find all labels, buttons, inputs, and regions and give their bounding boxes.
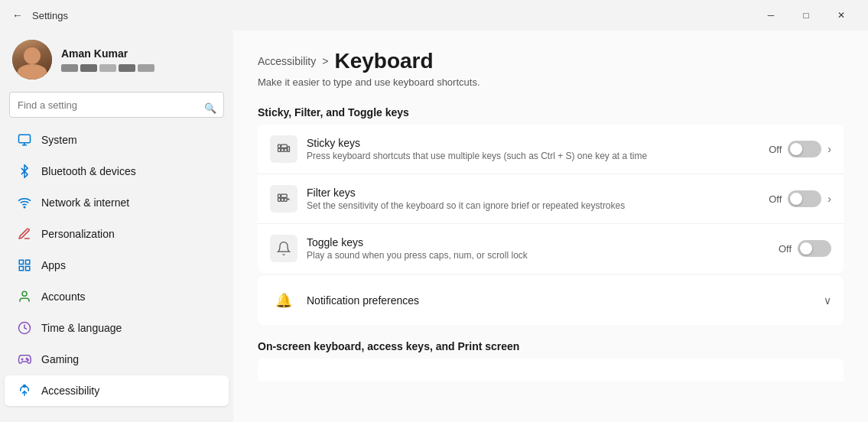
sticky-keys-row[interactable]: Sticky keysPress keyboard shortcuts that… (258, 125, 844, 174)
toggle-keys-state-label: Off (779, 243, 792, 255)
sticky-keys-label: Sticky keys (307, 137, 759, 149)
toggle-keys-desc: Play a sound when you press caps, num, o… (307, 250, 769, 261)
sidebar-item-label-bluetooth: Bluetooth & devices (41, 165, 136, 177)
svg-rect-20 (281, 144, 288, 148)
user-info: Aman Kumar (61, 47, 154, 72)
close-button[interactable]: ✕ (824, 3, 859, 28)
sidebar-item-label-personalization: Personalization (41, 228, 115, 240)
avatar (12, 40, 52, 80)
sidebar-item-bluetooth[interactable]: Bluetooth & devices (5, 156, 229, 187)
filter-keys-chevron-right-icon: › (827, 193, 831, 205)
filter-keys-row[interactable]: Filter keysSet the sensitivity of the ke… (258, 174, 844, 224)
sidebar-item-label-system: System (41, 134, 77, 146)
user-bars (61, 64, 154, 72)
titlebar-left: ← Settings (9, 6, 68, 24)
page-title: Keyboard (334, 49, 433, 73)
filter-keys-label: Filter keys (307, 187, 759, 199)
user-name: Aman Kumar (61, 47, 154, 60)
search-icon: 🔍 (204, 102, 216, 114)
user-bar-4 (119, 64, 135, 72)
user-bar-2 (80, 64, 97, 72)
gaming-icon (17, 352, 32, 367)
user-bar-1 (61, 64, 78, 72)
filter-keys-icon (270, 185, 297, 213)
sidebar-item-label-accessibility: Accessibility (41, 385, 99, 397)
window-controls: ─ □ ✕ (753, 3, 859, 28)
sidebar-item-gaming[interactable]: Gaming (5, 344, 229, 375)
maximize-button[interactable]: □ (788, 3, 824, 28)
sidebar-item-label-accounts: Accounts (41, 291, 86, 303)
sticky-keys-desc: Press keyboard shortcuts that use multip… (307, 151, 759, 161)
filter-keys-toggle[interactable] (788, 190, 821, 207)
toggle-keys-text: Toggle keysPlay a sound when you press c… (307, 236, 769, 261)
search-container: 🔍 (0, 92, 233, 124)
sidebar-item-accessibility[interactable]: Accessibility (5, 375, 229, 406)
toggle-keys-row[interactable]: Toggle keysPlay a sound when you press c… (258, 224, 844, 273)
svg-rect-16 (281, 148, 284, 151)
breadcrumb-separator: > (322, 55, 328, 67)
sticky-keys-icon (270, 135, 297, 163)
svg-rect-15 (278, 148, 281, 151)
user-bar-3 (99, 64, 116, 72)
svg-rect-4 (19, 260, 23, 264)
back-button[interactable]: ← (9, 6, 26, 24)
sidebar-item-network[interactable]: Network & internet (5, 187, 229, 218)
network-icon (17, 195, 32, 210)
filter-keys-state-label: Off (769, 193, 782, 205)
sticky-keys-chevron-right-icon: › (827, 143, 831, 155)
sticky-keys-toggle[interactable] (788, 141, 821, 157)
sidebar-item-accounts[interactable]: Accounts (5, 281, 229, 312)
toggle-keys-icon (270, 235, 297, 262)
user-profile[interactable]: Aman Kumar (0, 31, 233, 92)
apps-icon (17, 258, 32, 273)
svg-rect-25 (281, 194, 288, 197)
search-input[interactable] (9, 92, 224, 118)
section2-card-partial (258, 359, 844, 381)
sticky-keys-text: Sticky keysPress keyboard shortcuts that… (307, 137, 759, 161)
minimize-button[interactable]: ─ (753, 3, 788, 28)
notification-chevron-down-icon: ∨ (824, 294, 831, 307)
filter-keys-text: Filter keysSet the sensitivity of the ke… (307, 187, 759, 211)
filter-keys-control: Off› (769, 190, 831, 207)
time-icon (17, 320, 32, 336)
svg-rect-7 (26, 267, 30, 271)
svg-rect-24 (278, 194, 281, 197)
svg-point-8 (22, 291, 27, 296)
breadcrumb-parent-link[interactable]: Accessibility (258, 55, 316, 67)
svg-rect-22 (281, 198, 284, 201)
user-bar-5 (138, 64, 154, 72)
sidebar-item-label-apps: Apps (41, 259, 66, 271)
svg-rect-0 (19, 135, 31, 143)
svg-rect-5 (26, 260, 30, 264)
sidebar-item-time[interactable]: Time & language (5, 313, 229, 343)
toggle-keys-toggle[interactable] (798, 240, 831, 257)
app-body: Aman Kumar 🔍 SystemBluetooth & devicesNe… (0, 31, 868, 422)
sidebar: Aman Kumar 🔍 SystemBluetooth & devicesNe… (0, 31, 233, 422)
notification-label: Notification preferences (307, 294, 814, 307)
avatar-image (12, 40, 52, 80)
notification-icon: 🔔 (270, 287, 297, 314)
svg-rect-21 (278, 198, 281, 201)
svg-rect-6 (19, 267, 23, 271)
sidebar-item-personalization[interactable]: Personalization (5, 219, 229, 249)
system-icon (17, 132, 32, 148)
breadcrumb: Accessibility > Keyboard (258, 49, 844, 73)
app-title: Settings (32, 10, 68, 21)
titlebar: ← Settings ─ □ ✕ (0, 0, 868, 31)
section2-title: On-screen keyboard, access keys, and Pri… (258, 340, 844, 352)
toggle-keys-label: Toggle keys (307, 236, 769, 248)
notification-preferences-row[interactable]: 🔔 Notification preferences ∨ (258, 276, 844, 325)
svg-rect-17 (284, 148, 287, 151)
personalization-icon (17, 226, 32, 242)
sidebar-nav: SystemBluetooth & devicesNetwork & inter… (0, 124, 233, 407)
accessibility-icon (17, 383, 32, 398)
sidebar-item-apps[interactable]: Apps (5, 250, 229, 281)
sidebar-item-system[interactable]: System (5, 125, 229, 155)
page-subtitle: Make it easier to type and use keyboard … (258, 76, 844, 88)
content-area: Accessibility > Keyboard Make it easier … (233, 31, 868, 422)
bluetooth-icon (17, 164, 32, 179)
filter-keys-desc: Set the sensitivity of the keyboard so i… (307, 200, 759, 211)
sticky-keys-state-label: Off (769, 144, 782, 155)
sticky-keys-control: Off› (769, 141, 831, 157)
svg-rect-23 (284, 198, 287, 201)
